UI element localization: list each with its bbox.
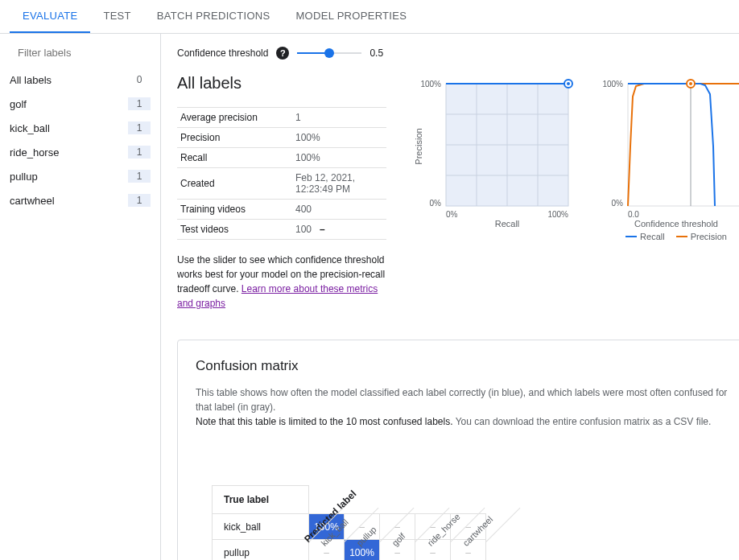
sidebar-item[interactable]: pullup1 [0,164,160,188]
metric-key: Recall [177,148,292,168]
confusion-description: This table shows how often the model cla… [196,385,738,429]
sidebar-item[interactable]: golf1 [0,92,160,116]
hint-text: Use the slider to see which confidence t… [177,253,386,311]
label-count: 1 [128,121,151,134]
metric-key: Average precision [177,108,292,128]
filter-labels-input[interactable] [18,47,153,59]
metric-key: Created [177,168,292,200]
confidence-threshold-chart: 100% 0% 0.0 1.0 Confidence threshold Rec… [596,74,739,241]
sidebar-item-all-labels[interactable]: All labels 0 [0,68,160,92]
label-text: golf [10,98,27,110]
svg-text:0%: 0% [446,210,458,219]
ct-xlabel: Confidence threshold [596,219,739,229]
metric-val: 100– [292,220,386,240]
tab-bar: EVALUATE TEST BATCH PREDICTIONS MODEL PR… [0,0,739,34]
threshold-slider[interactable] [297,47,361,59]
label-count: 1 [128,146,151,159]
metric-key: Test videos [177,220,292,240]
cm-row-label: pullup [213,540,309,561]
svg-text:100%: 100% [547,210,568,219]
confusion-title: Confusion matrix [196,358,738,374]
filter-row [0,40,160,68]
cm-row-label: kick_ball [213,514,309,540]
svg-text:0%: 0% [612,199,624,208]
metric-val: 400 [292,200,386,220]
label-count: 1 [128,170,151,183]
sidebar-item[interactable]: kick_ball1 [0,116,160,140]
chart-legend: Recall Precision [596,232,739,241]
svg-text:0.0: 0.0 [628,210,639,219]
svg-text:Recall: Recall [495,219,520,227]
metric-val: 100% [292,148,386,168]
content: Confidence threshold ? 0.5 All labels Av… [161,34,739,560]
svg-text:100%: 100% [420,80,441,89]
true-label-header: True label [213,486,309,514]
label-text: cartwheel [10,195,55,207]
tab-batch-predictions[interactable]: BATCH PREDICTIONS [144,0,283,33]
label-count: 1 [128,194,151,207]
page-title: All labels [177,74,386,93]
collapse-icon[interactable]: – [320,224,325,235]
metric-key: Training videos [177,200,292,220]
svg-point-15 [567,82,570,85]
svg-text:Precision: Precision [414,128,423,164]
precision-recall-chart: 100% 0% 0% 100% Precision Recall [411,74,572,227]
sidebar-item[interactable]: ride_horse1 [0,140,160,164]
svg-point-23 [689,82,692,85]
help-icon[interactable]: ? [276,47,289,60]
metric-val: 100% [292,128,386,148]
label-count: 1 [128,97,151,110]
svg-text:100%: 100% [602,80,623,89]
tab-evaluate[interactable]: EVALUATE [10,0,90,33]
svg-rect-20 [628,84,739,206]
label-text: kick_ball [10,122,50,134]
label-count: 0 [128,73,151,86]
metric-val: Feb 12, 2021, 12:23:49 PM [292,168,386,200]
confusion-matrix-card: Confusion matrix This table shows how of… [177,340,739,560]
diag-line [485,508,520,542]
tab-model-properties[interactable]: MODEL PROPERTIES [283,0,419,33]
threshold-value: 0.5 [370,47,383,59]
sidebar: All labels 0 golf1kick_ball1ride_horse1p… [0,34,161,560]
label-text: All labels [10,74,52,86]
label-text: pullup [10,171,38,183]
metrics-table: Average precision1 Precision100% Recall1… [177,107,386,240]
svg-text:0%: 0% [430,199,442,208]
metric-val: 1 [292,108,386,128]
threshold-label: Confidence threshold [177,47,268,59]
sidebar-item[interactable]: cartwheel1 [0,188,160,212]
tab-test[interactable]: TEST [90,0,143,33]
metric-key: Precision [177,128,292,148]
label-text: ride_horse [10,146,59,159]
threshold-row: Confidence threshold ? 0.5 [177,47,739,60]
